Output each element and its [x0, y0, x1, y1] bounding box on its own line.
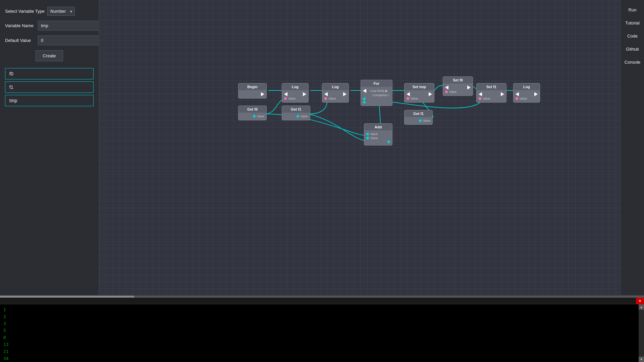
console-line-7: 21: [3, 348, 635, 355]
run-button[interactable]: Run: [621, 3, 644, 16]
exec-out-icon: [429, 92, 432, 96]
node-get-f1-2-body: Value: [405, 117, 432, 124]
exec-in-icon: [363, 89, 366, 93]
variable-type-select[interactable]: Number String Boolean Array Object: [47, 7, 75, 16]
console-close-button[interactable]: ×: [636, 298, 644, 304]
port-dot-cyan: [297, 115, 299, 118]
node-set-f0-ports: [445, 85, 471, 89]
scroll-down-button[interactable]: ▼: [639, 357, 644, 362]
node-set-f0-body: Value: [443, 83, 473, 96]
node-add-out: [366, 140, 390, 143]
port-dot-cyan: [363, 101, 366, 104]
console-button[interactable]: Console: [621, 56, 644, 69]
node-get-f0-header: Get f0: [238, 106, 266, 113]
console-scrollbar-right: ▲ ▼: [639, 304, 644, 362]
tutorial-button[interactable]: Tutorial: [621, 16, 644, 29]
node-log2[interactable]: Log Value: [322, 83, 349, 103]
console-line-4: 5: [3, 327, 635, 334]
console-line-5: 8: [3, 334, 635, 341]
node-get-f0-body: Value: [238, 113, 266, 120]
node-log2-ports: [324, 92, 346, 96]
sidebar: Select Variable Type Number String Boole…: [0, 0, 99, 295]
console-content[interactable]: 1 2 3 5 8 13 21 34: [0, 304, 639, 362]
exec-out-icon: [501, 92, 504, 96]
node-set-tmp[interactable]: Set tmp Value: [404, 83, 434, 103]
node-get-f0-ports: Value: [240, 115, 264, 118]
node-log2-value-port: Value: [324, 97, 346, 100]
node-for-exec-row: Loop Body ▶: [363, 89, 390, 93]
exec-in-icon: [324, 92, 328, 96]
exec-out-icon: [467, 85, 471, 89]
node-log3-ports: [516, 92, 538, 96]
node-log1-header: Log: [282, 83, 308, 90]
variable-item-f0[interactable]: f0: [5, 68, 94, 79]
port-label-value: Value: [411, 97, 418, 100]
node-set-tmp-header: Set tmp: [405, 83, 434, 90]
node-log1[interactable]: Log Value: [282, 83, 309, 103]
exec-out-icon: [534, 92, 538, 96]
node-begin[interactable]: Begin: [238, 83, 267, 99]
node-for-ports2: [363, 98, 390, 100]
default-value-row: Default Value: [5, 36, 94, 45]
port-label-value2: Value: [370, 136, 378, 140]
node-set-f1-header: Set f1: [477, 83, 506, 90]
node-set-f0[interactable]: Set f0 Value: [443, 76, 473, 96]
node-add-body: Value Value: [364, 130, 392, 145]
port-dot-pink: [445, 90, 448, 93]
node-set-f1-ports: [479, 92, 504, 96]
port-label-value: Value: [520, 97, 527, 100]
node-for-header: For: [361, 80, 392, 87]
node-log1-ports: [284, 92, 306, 96]
console-line-8: 34: [3, 355, 635, 362]
node-add-port2: Value: [366, 136, 390, 140]
code-button[interactable]: Code: [621, 29, 644, 43]
port-dot-cyan: [419, 119, 422, 122]
connections-svg: [99, 0, 621, 295]
node-log3-header: Log: [514, 83, 540, 90]
node-log3[interactable]: Log Value: [513, 83, 540, 103]
node-begin-out-port: [240, 92, 264, 96]
node-set-f1[interactable]: Set f1 Value: [476, 83, 506, 103]
node-get-f1-2[interactable]: Get f1 Value: [404, 110, 433, 125]
node-set-tmp-body: Value: [405, 90, 434, 102]
variable-list: f0 f1 tmp: [5, 68, 94, 106]
canvas-area[interactable]: Begin Log Value: [99, 0, 621, 295]
console-line-1: 1: [3, 306, 635, 313]
node-add[interactable]: Add Value Value: [364, 123, 392, 145]
scroll-track: [639, 310, 644, 357]
port-dot-pink: [284, 97, 287, 100]
default-value-input[interactable]: [38, 36, 100, 45]
port-label-value: Value: [257, 115, 264, 118]
github-button[interactable]: Github: [621, 43, 644, 56]
node-get-f0[interactable]: Get f0 Value: [238, 106, 267, 120]
node-log2-body: Value: [322, 90, 348, 102]
node-for[interactable]: For Loop Body ▶ Completed >: [361, 80, 392, 106]
variable-item-f1[interactable]: f1: [5, 81, 94, 93]
scroll-up-button[interactable]: ▲: [639, 304, 644, 310]
variable-item-tmp[interactable]: tmp: [5, 95, 94, 106]
console-scrollbar-thumb[interactable]: [0, 296, 134, 298]
node-set-f1-body: Value: [477, 90, 506, 102]
console-line-6: 13: [3, 341, 635, 348]
exec-in-icon: [516, 92, 519, 96]
create-button[interactable]: Create: [36, 50, 63, 61]
exec-in-icon: [407, 92, 410, 96]
node-get-f1-1[interactable]: Get f1 Value: [282, 106, 310, 120]
port-dot-cyan-out: [387, 140, 390, 143]
port-label-value: Value: [288, 97, 296, 100]
exec-in-icon: [445, 85, 448, 89]
port-dot-cyan: [253, 115, 256, 118]
variable-type-select-wrapper: Number String Boolean Array Object: [47, 7, 75, 16]
port-label-value: Value: [483, 97, 490, 100]
node-add-header: Add: [364, 124, 392, 130]
port-dot-pink: [516, 97, 518, 100]
variable-name-input[interactable]: [38, 21, 100, 31]
node-for-body: Loop Body ▶ Completed >: [361, 87, 392, 106]
node-get-f1-2-header: Get f1: [405, 110, 432, 117]
node-add-port1: Value: [366, 132, 390, 136]
port-dot-cyan: [366, 133, 369, 135]
node-log1-body: Value: [282, 90, 308, 102]
exec-in-icon: [284, 92, 287, 96]
node-log1-value-port: Value: [284, 97, 306, 100]
port-label-value: Value: [301, 115, 308, 118]
